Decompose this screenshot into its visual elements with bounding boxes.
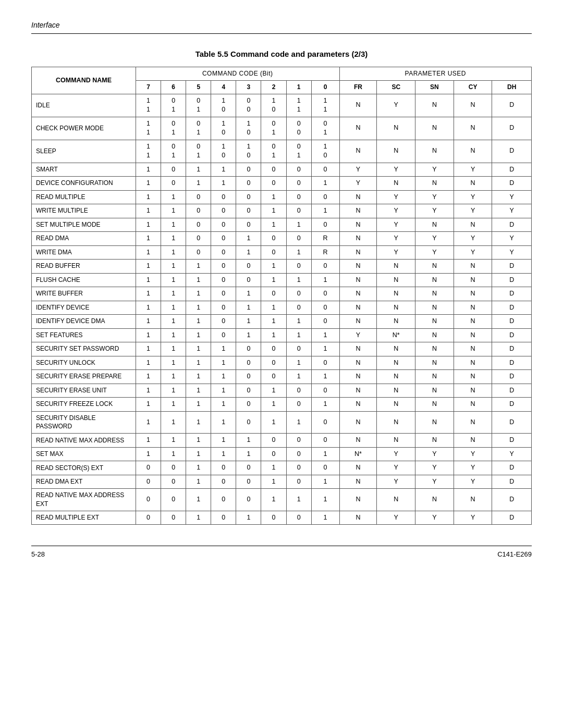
bit-cell-0: 1 (136, 315, 161, 329)
bit-cell-7: 1 0 (311, 140, 339, 163)
bit-cell-0: 1 (136, 301, 161, 315)
param-cell-0: N (339, 245, 377, 260)
bit-cell-1: 1 (161, 218, 186, 232)
bit-cell-7: 0 (311, 218, 339, 232)
bit-cell-3: 0 (211, 315, 236, 329)
bit-cell-0: 1 (136, 411, 161, 434)
bit-cell-3: 1 (211, 342, 236, 356)
param-cell-3: N (454, 356, 492, 370)
table-row: WRITE BUFFER11101000NNNND (32, 287, 532, 301)
bit-cell-3: 1 (211, 398, 236, 412)
col-bit-7: 7 (136, 80, 161, 94)
bit-cell-7: 1 (311, 273, 339, 287)
bit-cell-6: 1 (286, 245, 311, 260)
bit-cell-5: 0 (261, 370, 286, 384)
bit-cell-3: 1 (211, 177, 236, 191)
bit-cell-6: 0 (286, 384, 311, 398)
bit-cell-6: 1 (286, 489, 311, 511)
param-cell-4: D (492, 163, 532, 177)
table-row: CHECK POWER MODE1 10 10 11 01 00 10 00 1… (32, 117, 532, 140)
bit-cell-0: 0 (136, 461, 161, 475)
table-row: SET MAX11111001N*YYYY (32, 447, 532, 461)
param-cell-4: D (492, 218, 532, 232)
param-cell-4: D (492, 315, 532, 329)
param-cell-4: D (492, 434, 532, 448)
bit-cell-2: 1 (186, 163, 211, 177)
param-cell-1: N (377, 489, 415, 511)
bit-cell-2: 1 (186, 370, 211, 384)
param-cell-4: D (492, 94, 532, 117)
bit-cell-6: 0 (286, 177, 311, 191)
bit-cell-2: 0 (186, 218, 211, 232)
bit-cell-0: 1 1 (136, 117, 161, 140)
param-cell-4: D (492, 273, 532, 287)
bit-cell-7: 1 (311, 447, 339, 461)
param-cell-3: N (454, 117, 492, 140)
bit-cell-2: 0 (186, 204, 211, 218)
cmd-name-cell: READ NATIVE MAX ADDRESS (32, 434, 136, 448)
table-row: READ NATIVE MAX ADDRESS EXT00100111NNNND (32, 489, 532, 511)
param-cell-3: N (454, 489, 492, 511)
bit-cell-0: 1 (136, 287, 161, 301)
bit-cell-4: 0 (236, 218, 261, 232)
bit-cell-0: 1 (136, 177, 161, 191)
param-cell-1: Y (377, 190, 415, 204)
param-cell-3: Y (454, 245, 492, 260)
bit-cell-5: 1 (261, 475, 286, 489)
bit-cell-5: 0 1 (261, 117, 286, 140)
param-cell-0: N* (339, 447, 377, 461)
param-cell-2: Y (415, 204, 454, 218)
bit-cell-0: 1 (136, 190, 161, 204)
table-title: Table 5.5 Command code and parameters (2… (31, 50, 532, 58)
bit-cell-2: 1 (186, 328, 211, 342)
table-row: SECURITY SET PASSWORD11110001NNNND (32, 342, 532, 356)
param-cell-1: N (377, 434, 415, 448)
bit-cell-7: 0 (311, 190, 339, 204)
bit-cell-0: 1 (136, 370, 161, 384)
param-cell-4: Y (492, 190, 532, 204)
bit-cell-1: 1 (161, 398, 186, 412)
param-cell-3: N (454, 140, 492, 163)
bit-cell-2: 0 (186, 232, 211, 246)
bit-cell-6: 0 (286, 232, 311, 246)
cmd-name-cell: SLEEP (32, 140, 136, 163)
command-code-header: COMMAND CODE (Bit) (136, 67, 340, 81)
bit-cell-0: 1 (136, 232, 161, 246)
param-cell-3: N (454, 315, 492, 329)
bit-cell-6: 0 (286, 342, 311, 356)
param-cell-4: D (492, 411, 532, 434)
param-cell-3: N (454, 434, 492, 448)
bit-cell-6: 1 1 (286, 94, 311, 117)
cmd-name-cell: SECURITY FREEZE LOCK (32, 398, 136, 412)
bit-cell-0: 1 (136, 245, 161, 260)
bit-cell-5: 1 0 (261, 94, 286, 117)
bit-cell-1: 0 1 (161, 117, 186, 140)
cmd-name-cell: READ DMA (32, 232, 136, 246)
param-cell-0: N (339, 511, 377, 525)
bit-cell-7: 0 (311, 384, 339, 398)
cmd-name-cell: CHECK POWER MODE (32, 117, 136, 140)
bit-cell-6: 1 (286, 273, 311, 287)
param-cell-3: N (454, 411, 492, 434)
param-cell-0: N (339, 218, 377, 232)
param-cell-3: Y (454, 511, 492, 525)
bit-cell-7: 0 (311, 356, 339, 370)
bit-cell-6: 0 (286, 511, 311, 525)
bit-cell-5: 1 (261, 301, 286, 315)
bit-cell-5: 1 (261, 204, 286, 218)
param-cell-2: N (415, 434, 454, 448)
bit-cell-7: 0 (311, 301, 339, 315)
param-cell-4: D (492, 287, 532, 301)
bit-cell-1: 0 (161, 163, 186, 177)
bit-cell-4: 0 (236, 190, 261, 204)
param-cell-4: D (492, 117, 532, 140)
param-cell-0: N (339, 232, 377, 246)
param-cell-2: Y (415, 447, 454, 461)
bit-cell-2: 1 (186, 461, 211, 475)
bit-cell-1: 1 (161, 315, 186, 329)
param-cell-3: N (454, 384, 492, 398)
param-cell-2: N (415, 328, 454, 342)
param-cell-4: D (492, 342, 532, 356)
table-row: WRITE MULTIPLE11000101NYYYY (32, 204, 532, 218)
bit-cell-0: 1 1 (136, 94, 161, 117)
